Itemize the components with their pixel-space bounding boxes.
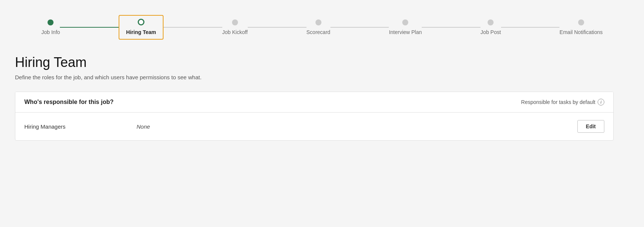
- step-dot-email-notifications: [578, 19, 584, 25]
- active-step-highlight: Hiring Team: [119, 15, 164, 40]
- line-4: [330, 27, 389, 28]
- step-job-info[interactable]: Job Info: [42, 19, 60, 35]
- line-segment-2: [164, 27, 222, 28]
- responsible-card: Who's responsible for this job? Responsi…: [15, 92, 614, 141]
- step-interview-plan[interactable]: Interview Plan: [389, 19, 422, 35]
- step-dot-scorecard: [315, 19, 321, 25]
- step-email-notifications[interactable]: Email Notifications: [559, 19, 602, 35]
- line-6: [501, 27, 560, 28]
- hiring-managers-label: Hiring Managers: [24, 123, 137, 130]
- line-segment-6: [501, 27, 560, 28]
- step-label-interview-plan: Interview Plan: [389, 29, 422, 35]
- line-2: [164, 27, 222, 28]
- line-5: [422, 27, 480, 28]
- step-label-hiring-team: Hiring Team: [126, 29, 156, 35]
- step-scorecard[interactable]: Scorecard: [306, 19, 330, 35]
- step-hiring-team[interactable]: Hiring Team: [119, 15, 164, 40]
- responsible-default-label: Responsible for tasks by default: [521, 99, 595, 105]
- step-dot-interview-plan: [402, 19, 408, 25]
- page-title: Hiring Team: [15, 55, 614, 70]
- step-label-scorecard: Scorecard: [306, 29, 330, 35]
- step-label-job-post: Job Post: [480, 29, 501, 35]
- page-subtitle: Define the roles for the job, and which …: [15, 74, 614, 80]
- stepper: Job Info Hiring Team Job Kickoff: [15, 7, 629, 40]
- step-dot-hiring-team: [138, 19, 144, 25]
- card-row-hiring-managers: Hiring Managers None Edit: [15, 113, 613, 140]
- step-dot-job-post: [488, 19, 494, 25]
- step-label-job-info: Job Info: [42, 29, 60, 35]
- line-segment-5: [422, 27, 480, 28]
- card-header-title: Who's responsible for this job?: [24, 99, 113, 105]
- hiring-managers-value: None: [137, 123, 577, 130]
- line-3: [248, 27, 306, 28]
- card-header: Who's responsible for this job? Responsi…: [15, 92, 613, 113]
- step-job-kickoff[interactable]: Job Kickoff: [222, 19, 248, 35]
- info-icon[interactable]: i: [598, 99, 604, 105]
- step-dot-job-kickoff: [232, 19, 238, 25]
- line-1: [60, 27, 119, 28]
- step-job-post[interactable]: Job Post: [480, 19, 501, 35]
- line-segment-1: [60, 27, 119, 28]
- step-label-email-notifications: Email Notifications: [559, 29, 602, 35]
- step-dot-job-info: [48, 19, 54, 25]
- line-segment-4: [330, 27, 389, 28]
- content-area: Hiring Team Define the roles for the job…: [15, 55, 614, 141]
- card-header-right: Responsible for tasks by default i: [521, 99, 604, 105]
- line-segment-3: [248, 27, 306, 28]
- edit-button[interactable]: Edit: [577, 120, 604, 133]
- step-label-job-kickoff: Job Kickoff: [222, 29, 248, 35]
